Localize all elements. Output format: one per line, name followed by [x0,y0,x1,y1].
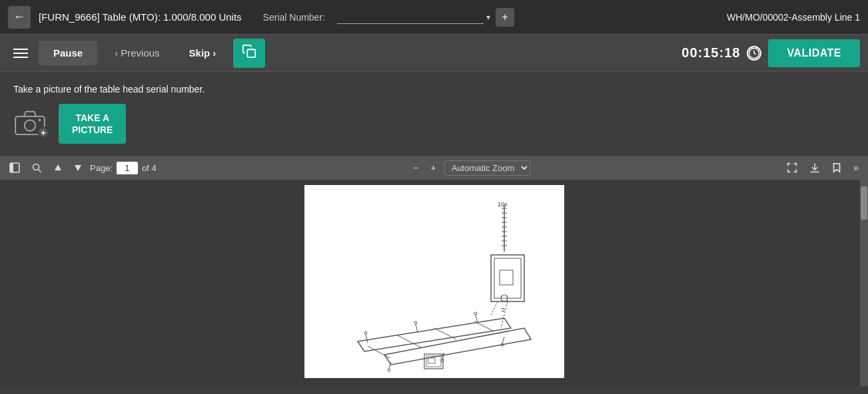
plus-icon: + [502,11,508,23]
camera-icon-wrap: + [13,109,49,138]
previous-button[interactable]: ‹ Previous [103,41,171,65]
take-picture-button[interactable]: TAKE APICTURE [59,104,126,144]
take-picture-label: TAKE APICTURE [72,112,113,135]
page-label: Page: [90,163,113,173]
prev-label: Previous [121,47,159,59]
copy-icon [242,44,256,62]
svg-point-7 [33,164,39,170]
validate-label: VALIDATE [787,47,841,59]
zoom-select[interactable]: Automatic Zoom 50% 75% 100% 125% 150% 20… [444,160,530,176]
pdf-viewer: 10x ⊐ [0,180,868,386]
bookmark-button[interactable] [828,160,845,176]
skip-icon: › [213,47,216,59]
scrollbar-thumb [861,186,867,220]
search-icon [32,163,42,173]
menu-line-1 [13,49,28,50]
svg-rect-13 [304,185,564,378]
pdf-prev-page-button[interactable] [50,161,66,174]
pdf-page: 10x ⊐ [304,185,564,378]
timer-icon [747,46,761,61]
svg-line-8 [39,170,41,172]
serial-number-input-wrap: ▾ + [337,8,719,27]
download-button[interactable] [805,160,824,176]
prev-icon: ‹ [115,47,118,59]
zoom-out-icon: − [413,162,418,173]
fullscreen-icon [787,162,797,173]
sidebar-icon [9,162,20,173]
header-right: WH/MO/00002-Assembly Line 1 [727,12,860,23]
serial-number-label: Serial Number: [263,12,325,23]
work-order-label: WH/MO/00002-Assembly Line 1 [727,12,860,23]
pdf-scrollbar[interactable] [860,180,868,386]
menu-line-2 [13,53,28,54]
zoom-in-button[interactable]: + [426,160,440,176]
fullscreen-button[interactable] [783,160,801,176]
menu-button[interactable] [8,45,33,62]
more-icon: » [853,162,859,173]
serial-plus-button[interactable]: + [496,8,514,27]
of-total-pages: of 4 [142,163,157,173]
toggle-sidebar-button[interactable] [5,160,24,176]
skip-label: Skip [189,47,211,59]
menu-line-3 [13,57,28,58]
back-button[interactable]: ← [8,6,31,29]
down-arrow-icon [74,164,82,172]
toolbar-bar: Pause ‹ Previous Skip › 00:15:18 VALIDAT… [0,35,868,72]
up-arrow-icon [54,164,62,172]
pause-button[interactable]: Pause [39,41,97,65]
take-picture-area: + TAKE APICTURE [13,104,855,144]
pause-label: Pause [53,47,83,59]
camera-plus-icon: + [37,126,49,138]
page-title: [FURN_9666] Table (MTO): 1.000/8.000 Uni… [39,11,242,23]
pdf-next-page-button[interactable] [70,161,86,174]
svg-text:⊐: ⊐ [501,307,505,312]
svg-marker-10 [75,165,81,171]
svg-point-4 [39,119,41,122]
page-number-input[interactable] [117,162,138,174]
dropdown-icon: ▾ [486,13,490,22]
svg-rect-0 [248,49,256,57]
header-bar: ← [FURN_9666] Table (MTO): 1.000/8.000 U… [0,0,868,35]
svg-marker-9 [55,164,61,170]
back-icon: ← [13,10,25,24]
serial-dropdown-button[interactable]: ▾ [484,13,493,22]
assembly-diagram: 10x ⊐ [304,185,564,378]
zoom-out-button[interactable]: − [409,160,422,176]
svg-rect-6 [10,163,13,172]
validate-button[interactable]: VALIDATE [768,39,860,67]
skip-button[interactable]: Skip › [177,41,228,65]
timer-display: 00:15:18 [681,45,740,61]
zoom-in-icon: + [430,162,436,173]
pdf-toolbar: Page: of 4 − + Automatic Zoom 50% 75% 10… [0,156,868,180]
serial-number-input[interactable] [337,10,484,24]
instruction-text: Take a picture of the table head serial … [13,84,855,95]
svg-point-3 [25,120,35,131]
timer-area: 00:15:18 VALIDATE [681,39,860,67]
svg-text:10x: 10x [498,201,508,208]
bookmark-icon [832,162,841,173]
more-tools-button[interactable]: » [849,160,863,176]
content-area: Take a picture of the table head serial … [0,72,868,156]
pdf-search-button[interactable] [28,160,46,176]
download-icon [809,162,820,173]
copy-button[interactable] [233,39,265,68]
